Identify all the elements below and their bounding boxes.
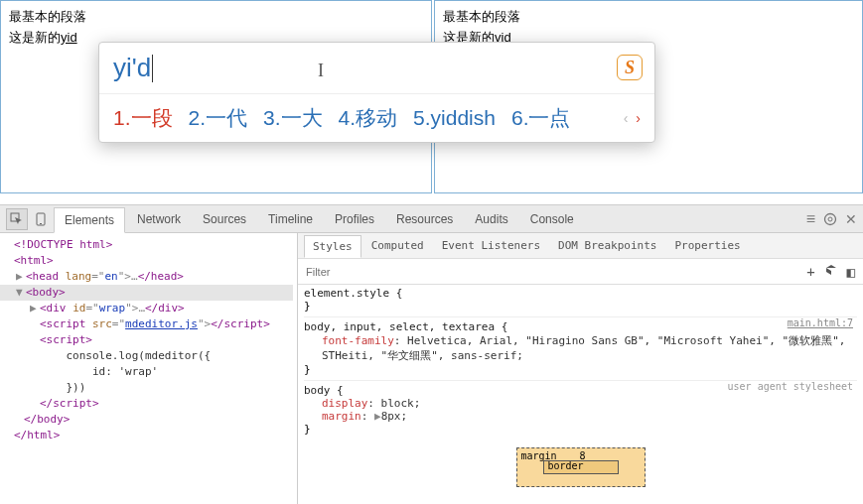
source-link[interactable]: main.html:7 bbox=[788, 317, 853, 328]
paragraph: 最基本的段落 bbox=[443, 7, 854, 28]
new-style-rule-icon[interactable]: + bbox=[806, 264, 814, 280]
dom-node[interactable]: </body> bbox=[0, 412, 293, 428]
ime-caret bbox=[152, 55, 153, 82]
devtools-close-icon[interactable]: ✕ bbox=[845, 211, 857, 227]
show-drawer-icon[interactable]: ≡ bbox=[806, 210, 815, 228]
svg-point-4 bbox=[828, 217, 832, 221]
styles-panel: Styles Computed Event Listeners DOM Brea… bbox=[298, 233, 863, 504]
ime-popup: yi'd I S 1.一段 2.一代 3.一大 4.移动 5.yiddish 6… bbox=[98, 42, 655, 143]
dom-text[interactable]: id: 'wrap' bbox=[0, 364, 293, 380]
tab-timeline[interactable]: Timeline bbox=[258, 207, 323, 231]
dom-node[interactable]: </script> bbox=[0, 396, 293, 412]
ime-input-text: yi'd bbox=[113, 53, 151, 83]
expand-shorthand-icon[interactable]: ▶ bbox=[374, 410, 381, 423]
toggle-element-state-icon[interactable] bbox=[825, 264, 837, 280]
ime-candidate-5[interactable]: 5.yiddish bbox=[413, 106, 496, 130]
styles-rules: element.style { } main.html:7 body, inpu… bbox=[298, 285, 863, 504]
inspect-element-icon[interactable] bbox=[6, 208, 28, 230]
tab-audits[interactable]: Audits bbox=[465, 207, 517, 231]
dom-node[interactable]: <!DOCTYPE html> bbox=[0, 237, 293, 253]
tab-profiles[interactable]: Profiles bbox=[325, 207, 384, 231]
animations-pane-icon[interactable]: ◧ bbox=[847, 264, 855, 280]
rule-element-style[interactable]: element.style { } bbox=[304, 287, 857, 313]
paragraph: 最基本的段落 bbox=[9, 7, 423, 28]
rule-body-ua[interactable]: user agent stylesheet body { display: bl… bbox=[304, 380, 857, 436]
dom-node[interactable]: <script src="mdeditor.js"></script> bbox=[0, 316, 293, 332]
ime-prev-page-icon[interactable]: ‹ bbox=[624, 110, 629, 126]
dom-text[interactable]: console.log(mdeditor({ bbox=[0, 348, 293, 364]
subtab-dom-breakpoints[interactable]: DOM Breakpoints bbox=[550, 235, 664, 256]
ua-stylesheet-label: user agent stylesheet bbox=[728, 381, 853, 392]
ime-candidates: 1.一段 2.一代 3.一大 4.移动 5.yiddish 6.一点 ‹ › bbox=[99, 94, 654, 142]
dom-node[interactable]: <script> bbox=[0, 332, 293, 348]
tab-resources[interactable]: Resources bbox=[386, 207, 463, 231]
box-border-label: border bbox=[548, 460, 584, 471]
rule-body-input[interactable]: main.html:7 body, input, select, textare… bbox=[304, 316, 857, 376]
tab-network[interactable]: Network bbox=[127, 207, 191, 231]
ime-candidate-3[interactable]: 3.一大 bbox=[263, 104, 323, 132]
text-cursor-icon: I bbox=[318, 61, 324, 81]
tab-elements[interactable]: Elements bbox=[54, 207, 125, 233]
box-model: margin 8 border bbox=[304, 440, 857, 487]
dom-text[interactable]: })) bbox=[0, 380, 293, 396]
ime-candidate-2[interactable]: 2.一代 bbox=[189, 104, 248, 132]
ime-candidate-6[interactable]: 6.一点 bbox=[511, 104, 571, 132]
tab-console[interactable]: Console bbox=[520, 207, 584, 231]
dom-tree[interactable]: <!DOCTYPE html> <html> ▶<head lang="en">… bbox=[0, 233, 298, 504]
svg-rect-2 bbox=[40, 223, 42, 224]
ime-composition: yid bbox=[61, 30, 77, 45]
dom-node[interactable]: </html> bbox=[0, 428, 293, 443]
sogou-logo-icon: S bbox=[617, 55, 643, 80]
svg-point-3 bbox=[825, 213, 836, 224]
subtab-styles[interactable]: Styles bbox=[304, 235, 361, 258]
dom-node[interactable]: ▶<div id="wrap">…</div> bbox=[0, 301, 293, 316]
subtab-computed[interactable]: Computed bbox=[363, 235, 432, 256]
ime-candidate-4[interactable]: 4.移动 bbox=[339, 104, 398, 132]
subtab-properties[interactable]: Properties bbox=[666, 235, 748, 256]
subtab-event-listeners[interactable]: Event Listeners bbox=[434, 235, 548, 256]
styles-filter-input[interactable] bbox=[306, 266, 806, 278]
ime-candidate-1[interactable]: 1.一段 bbox=[113, 104, 173, 132]
dom-node[interactable]: ▶<head lang="en">…</head> bbox=[0, 269, 293, 285]
devtools-toolbar: Elements Network Sources Timeline Profil… bbox=[0, 205, 863, 233]
device-mode-icon[interactable] bbox=[30, 208, 52, 230]
dom-node[interactable]: <html> bbox=[0, 253, 293, 269]
ime-next-page-icon[interactable]: › bbox=[636, 110, 641, 126]
dom-node-selected[interactable]: ▼<body> bbox=[0, 285, 293, 301]
tab-sources[interactable]: Sources bbox=[193, 207, 256, 231]
devtools-panel: Elements Network Sources Timeline Profil… bbox=[0, 204, 863, 504]
devtools-settings-icon[interactable] bbox=[823, 212, 837, 226]
